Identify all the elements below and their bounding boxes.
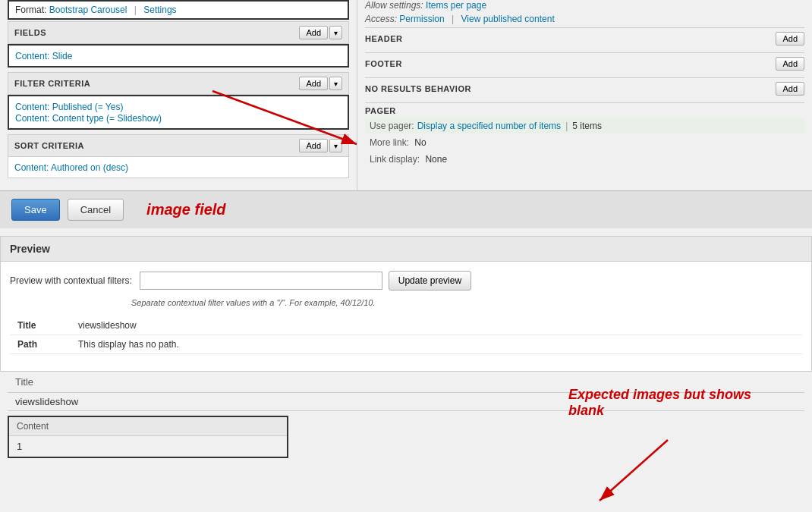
sort-add-button[interactable]: Add (299, 139, 328, 152)
table-value-title: viewslideshow (71, 316, 802, 335)
fields-item-0[interactable]: Content: Slide (15, 51, 72, 61)
update-preview-button[interactable]: Update preview (389, 271, 471, 291)
allow-settings-row: Allow settings: Items per page (365, 0, 804, 11)
expected-arrow-svg (577, 432, 789, 512)
pager-sep: | (565, 121, 568, 131)
filter-item-link-0[interactable]: Content: Published (= Yes) (15, 102, 123, 112)
content-box-header: Content (9, 417, 287, 436)
table-row: Path This display has no path. (10, 335, 802, 354)
footer-add-button[interactable]: Add (776, 57, 804, 71)
items-value: 5 items (572, 121, 602, 131)
fields-title: FIELDS (14, 28, 46, 37)
filter-header: FILTER CRITERIA Add ▾ (8, 72, 349, 95)
cancel-button[interactable]: Cancel (68, 199, 124, 221)
filter-content: Content: Published (= Yes) Content: Cont… (8, 95, 349, 130)
filter-add-button[interactable]: Add (299, 77, 328, 90)
pager-title: PAGER (365, 106, 804, 118)
use-pager-row: Use pager: Display a specified number of… (365, 118, 804, 133)
use-pager-value[interactable]: Display a specified number of items (417, 121, 561, 131)
sort-header: SORT CRITERIA Add ▾ (8, 134, 349, 157)
header-add-button[interactable]: Add (776, 32, 804, 46)
svg-line-3 (600, 440, 668, 501)
access-value[interactable]: Permission (399, 14, 444, 24)
fields-dropdown-button[interactable]: ▾ (329, 26, 342, 39)
table-value-path: This display has no path. (71, 335, 802, 354)
access-sep: | (452, 14, 454, 24)
filter-dropdown-button[interactable]: ▾ (329, 77, 342, 90)
format-bar: Format: Bootstrap Carousel | Settings (8, 0, 349, 20)
save-button[interactable]: Save (11, 199, 60, 221)
top-section: Format: Bootstrap Carousel | Settings FI… (0, 0, 812, 190)
preview-filter-row: Preview with contextual filters: Update … (10, 271, 802, 291)
preview-hint: Separate contextual filter values with a… (131, 298, 802, 307)
access-label: Access: (365, 14, 397, 24)
table-label-path: Path (10, 335, 71, 354)
header-section-row: HEADER Add (365, 27, 804, 49)
allow-settings-label: Allow settings: (365, 0, 423, 11)
preview-filter-input[interactable] (140, 272, 382, 290)
link-display-value: None (425, 154, 447, 165)
filter-section: FILTER CRITERIA Add ▾ Content: Published… (8, 72, 349, 130)
format-sep: | (134, 5, 137, 15)
preview-body: Preview with contextual filters: Update … (1, 262, 811, 371)
fields-btn-group: Add ▾ (299, 26, 342, 39)
filter-btn-group: Add ▾ (299, 77, 342, 90)
table-row: Title viewslideshow (10, 316, 802, 335)
main-container: Format: Bootstrap Carousel | Settings FI… (0, 0, 812, 512)
preview-section: Preview Preview with contextual filters:… (0, 236, 812, 372)
view-published-link[interactable]: View published content (461, 14, 555, 24)
more-link-row: More link: No (365, 135, 804, 150)
right-panel: Allow settings: Items per page Access: P… (357, 0, 812, 190)
preview-header: Preview (1, 237, 811, 262)
save-bar: Save Cancel image field (0, 190, 812, 228)
footer-section-row: FOOTER Add (365, 52, 804, 74)
settings-link[interactable]: Settings (143, 5, 176, 15)
header-section-title: HEADER (365, 34, 402, 43)
link-display-row: Link display: None (365, 152, 804, 167)
more-link-label: More link: (370, 137, 409, 148)
fields-header: FIELDS Add ▾ (8, 21, 349, 44)
content-box-body: 1 (9, 436, 287, 457)
filter-item-0: Content: Published (= Yes) (15, 101, 341, 112)
format-label: Format: (15, 5, 46, 15)
sort-title: SORT CRITERIA (14, 141, 84, 150)
access-row: Access: Permission | View published cont… (365, 14, 804, 24)
format-value-link[interactable]: Bootstrap Carousel (49, 5, 127, 15)
preview-table: Title viewslideshow Path This display ha… (10, 316, 802, 354)
table-label-title: Title (10, 316, 71, 335)
sort-dropdown-button[interactable]: ▾ (329, 139, 342, 152)
annotation-image-field: image field (146, 201, 225, 218)
more-link-value: No (414, 137, 426, 148)
no-results-add-button[interactable]: Add (776, 82, 804, 96)
link-display-label: Link display: (370, 154, 420, 165)
filter-item-1: Content: Content type (= Slideshow) (15, 112, 341, 124)
fields-section: FIELDS Add ▾ Content: Slide (8, 21, 349, 68)
preview-lower: Title viewslideshow Content 1 Expected i… (0, 372, 812, 466)
fields-content: Content: Slide (8, 44, 349, 68)
no-results-section-row: NO RESULTS BEHAVIOR Add (365, 77, 804, 99)
filter-item-link-1[interactable]: Content: Content type (= Slideshow) (15, 113, 162, 124)
sort-section: SORT CRITERIA Add ▾ Content: Authored on… (8, 134, 349, 178)
content-box: Content 1 (8, 416, 288, 458)
sort-content: Content: Authored on (desc) (8, 157, 349, 178)
sort-item-0[interactable]: Content: Authored on (desc) (14, 162, 128, 173)
annotation-expected: Expected images but shows blank (568, 387, 751, 419)
pager-section: PAGER Use pager: Display a specified num… (365, 102, 804, 167)
left-panel: Format: Bootstrap Carousel | Settings FI… (0, 0, 357, 190)
sort-btn-group: Add ▾ (299, 139, 342, 152)
footer-section-title: FOOTER (365, 59, 402, 68)
preview-filter-label: Preview with contextual filters: (10, 275, 132, 286)
filter-title: FILTER CRITERIA (14, 79, 90, 88)
use-pager-label: Use pager: (370, 121, 414, 131)
no-results-title: NO RESULTS BEHAVIOR (365, 84, 471, 93)
fields-add-button[interactable]: Add (299, 26, 328, 39)
allow-settings-value[interactable]: Items per page (426, 0, 486, 11)
